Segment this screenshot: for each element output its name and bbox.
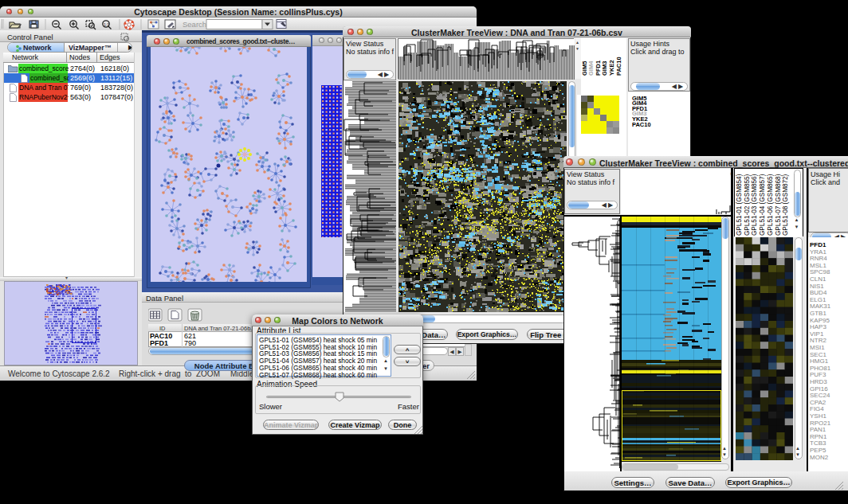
svg-text:PAC10: PAC10 [615,57,622,76]
svg-text:GPL51-01 (GSM854): GPL51-01 (GSM854) [736,174,743,236]
svg-text:GPL51-03 (GSM856): GPL51-03 (GSM856) [751,174,758,236]
svg-text:GPL51-02 (GSM855): GPL51-02 (GSM855) [744,174,751,236]
svg-text:GPL51-08 (GSM872): GPL51-08 (GSM872) [782,174,789,236]
svg-text:GPL51-07 (GSM868): GPL51-07 (GSM868) [775,174,782,236]
svg-text:Search:: Search: [183,20,209,29]
svg-text:GPL51-04 (GSM857): GPL51-04 (GSM857) [759,174,766,236]
svg-text:GPL51-06 (GSM865): GPL51-06 (GSM865) [767,174,774,236]
svg-text:1:1: 1:1 [104,22,109,27]
